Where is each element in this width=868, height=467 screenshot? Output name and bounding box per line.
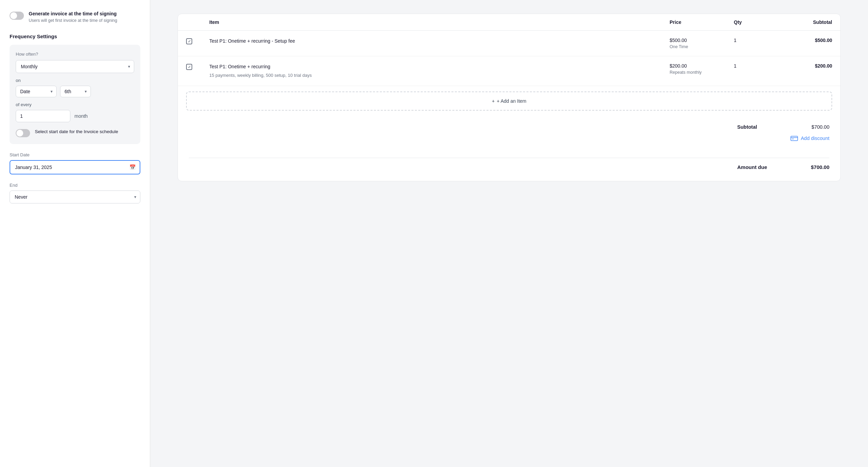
how-often-label: How often?	[16, 52, 134, 57]
start-date-toggle-label: Select start date for the Invoice schedu…	[35, 128, 118, 135]
generate-invoice-title: Generate invoice at the time of signing	[29, 11, 117, 16]
row1-price-cell: $500.00 One Time	[670, 38, 731, 49]
frequency-settings-title: Frequency Settings	[10, 33, 140, 39]
left-panel: Generate invoice at the time of signing …	[0, 0, 150, 467]
on-label: on	[16, 78, 134, 83]
end-select-wrapper: Never On Date After N payments ▾	[10, 190, 140, 203]
end-select[interactable]: Never On Date After N payments	[10, 190, 140, 203]
subtotal-label: Subtotal	[737, 124, 771, 130]
row2-checkbox-cell	[186, 63, 207, 70]
amount-due-value: $700.00	[799, 164, 829, 170]
row2-item-name: Test P1: Onetime + recurring	[209, 63, 667, 70]
frequency-select[interactable]: Monthly Weekly Daily Yearly	[16, 60, 134, 73]
discount-icon	[790, 135, 798, 141]
row1-price-type: One Time	[670, 44, 731, 49]
row1-item-cell: Test P1: Onetime + recurring - Setup fee	[209, 38, 667, 44]
add-discount-button[interactable]: Add discount	[189, 135, 829, 141]
col-price: Price	[670, 19, 731, 25]
subtotal-value: $700.00	[799, 124, 829, 130]
frequency-select-wrapper: Monthly Weekly Daily Yearly ▾	[16, 60, 134, 73]
row2-price-type: Repeats monthly	[670, 70, 731, 75]
table-row: Test P1: Onetime + recurring - Setup fee…	[178, 31, 840, 56]
col-qty: Qty	[734, 19, 775, 25]
subtotal-row: Subtotal $700.00	[189, 124, 829, 130]
row1-item-name: Test P1: Onetime + recurring - Setup fee	[209, 38, 667, 44]
interval-unit-label: month	[74, 113, 88, 119]
frequency-card: How often? Monthly Weekly Daily Yearly ▾…	[10, 45, 140, 144]
start-date-section: Start Date 📅	[10, 152, 140, 174]
end-label: End	[10, 183, 140, 188]
start-date-toggle[interactable]	[16, 129, 30, 137]
date-type-select[interactable]: Date Day	[16, 86, 57, 97]
col-subtotal: Subtotal	[778, 19, 832, 25]
amount-due-label: Amount due	[737, 164, 771, 170]
row1-checkbox-cell	[186, 38, 207, 44]
generate-invoice-text: Generate invoice at the time of signing …	[29, 11, 117, 24]
row2-price-amount: $200.00	[670, 63, 731, 69]
table-row: Test P1: Onetime + recurring 15 payments…	[178, 56, 840, 86]
row2-item-desc: 15 payments, weekly billing, 500 setup, …	[209, 72, 667, 79]
add-item-icon: +	[492, 98, 495, 104]
row1-checkbox[interactable]	[186, 38, 192, 44]
start-date-input[interactable]	[10, 160, 140, 174]
of-every-label: of every	[16, 102, 134, 107]
row1-subtotal: $500.00	[778, 38, 832, 43]
interval-input[interactable]: 1	[16, 110, 70, 122]
start-date-input-wrapper: 📅	[10, 160, 140, 174]
invoice-card: Item Price Qty Subtotal Test P1: Onetime…	[178, 14, 841, 181]
generate-invoice-desc: Users will get first invoice at the time…	[29, 18, 117, 24]
row2-price-cell: $200.00 Repeats monthly	[670, 63, 731, 75]
row2-qty: 1	[734, 63, 775, 69]
add-item-label: + Add an Item	[497, 98, 527, 104]
month-row: 1 month	[16, 110, 134, 122]
table-header: Item Price Qty Subtotal	[178, 14, 840, 31]
date-type-select-wrapper: Date Day ▾	[16, 86, 57, 97]
end-section: End Never On Date After N payments ▾	[10, 183, 140, 203]
generate-invoice-toggle[interactable]	[10, 12, 24, 20]
row1-price-amount: $500.00	[670, 38, 731, 43]
row1-qty: 1	[734, 38, 775, 43]
row2-subtotal: $200.00	[778, 63, 832, 69]
start-date-label: Start Date	[10, 152, 140, 157]
add-item-button[interactable]: + + Add an Item	[186, 91, 832, 111]
totals-section: Subtotal $700.00 Add discount Amount due…	[178, 116, 840, 181]
generate-invoice-toggle-row: Generate invoice at the time of signing …	[10, 11, 140, 24]
add-discount-label: Add discount	[801, 136, 829, 141]
date-day-select-wrapper: 1st 2nd 3rd 4th 5th 6th 7th ▾	[60, 86, 91, 97]
row2-item-cell: Test P1: Onetime + recurring 15 payments…	[209, 63, 667, 79]
row2-checkbox[interactable]	[186, 64, 192, 70]
svg-rect-0	[791, 136, 798, 141]
right-panel: Item Price Qty Subtotal Test P1: Onetime…	[150, 0, 868, 467]
start-date-toggle-row: Select start date for the Invoice schedu…	[16, 128, 134, 137]
date-day-select[interactable]: 1st 2nd 3rd 4th 5th 6th 7th	[60, 86, 91, 97]
date-row: Date Day ▾ 1st 2nd 3rd 4th 5th 6th 7th ▾	[16, 86, 134, 97]
amount-due-row: Amount due $700.00	[189, 158, 829, 170]
col-item: Item	[209, 19, 667, 25]
